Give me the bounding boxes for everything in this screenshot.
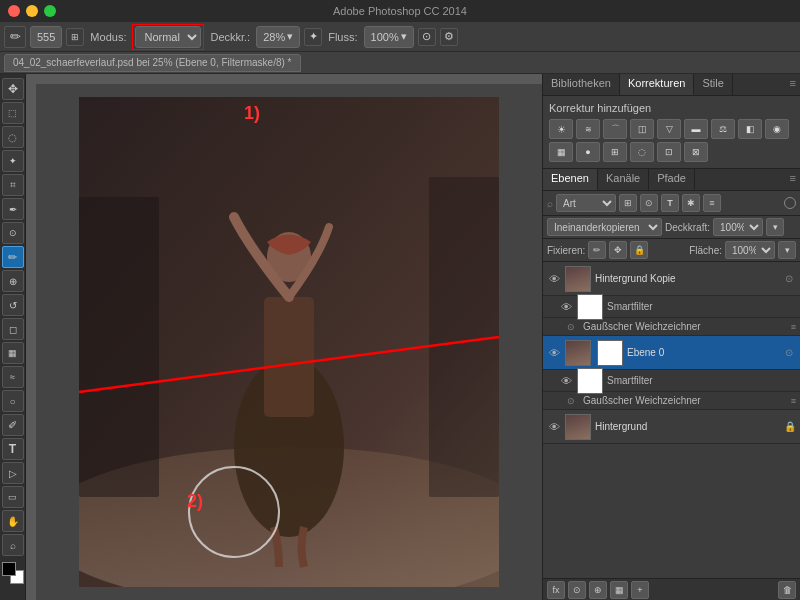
quick-select-tool[interactable]: ✦ <box>2 150 24 172</box>
crop-tool[interactable]: ⌗ <box>2 174 24 196</box>
tab-pfade[interactable]: Pfade <box>649 169 695 190</box>
pen-tool[interactable]: ✐ <box>2 414 24 436</box>
right-tabs: Bibliotheken Korrekturen Stile ≡ <box>543 74 800 96</box>
fg-bg-colors[interactable] <box>2 562 24 584</box>
blur-tool[interactable]: ≈ <box>2 366 24 388</box>
korr-posterize-icon[interactable]: ◌ <box>630 142 654 162</box>
blend-mode-select[interactable]: Ineinanderkopieren <box>547 218 662 236</box>
filter-options-icon[interactable]: ≡ <box>791 322 796 332</box>
add-group-icon[interactable]: ▦ <box>610 581 628 599</box>
korr-curves-icon[interactable]: ⌒ <box>603 119 627 139</box>
marquee-tool[interactable]: ⬚ <box>2 102 24 124</box>
layer-visibility-toggle[interactable]: 👁 <box>547 272 561 286</box>
tab-stile[interactable]: Stile <box>694 74 732 95</box>
korr-levels-icon[interactable]: ≋ <box>576 119 600 139</box>
layer-options-icon[interactable]: ⊙ <box>782 272 796 286</box>
maximize-button[interactable] <box>44 5 56 17</box>
layer-adjust-filter-icon[interactable]: ⊙ <box>640 194 658 212</box>
korr-bw-icon[interactable]: ◧ <box>738 119 762 139</box>
document-tab[interactable]: 04_02_schaerfeverlauf.psd bei 25% (Ebene… <box>4 54 301 72</box>
layer-ebene-0[interactable]: 👁 Ebene 0 ⊙ <box>543 336 800 370</box>
flaeche-select[interactable]: 100% <box>725 241 775 259</box>
brush-tool[interactable]: ✏ <box>2 246 24 268</box>
deckkr-value[interactable]: 28% ▾ <box>256 26 300 48</box>
delete-layer-icon[interactable]: 🗑 <box>778 581 796 599</box>
layer-gausscher-2[interactable]: ⊙ Gaußscher Weichzeichner ≡ <box>543 392 800 410</box>
close-button[interactable] <box>8 5 20 17</box>
tab-bibliotheken[interactable]: Bibliotheken <box>543 74 620 95</box>
layer-smart-filter-icon[interactable]: ≡ <box>703 194 721 212</box>
layer-smartfilter-2[interactable]: 👁 Smartfilter <box>543 370 800 392</box>
layer-options-e0-icon[interactable]: ⊙ <box>782 346 796 360</box>
add-layer-icon[interactable]: + <box>631 581 649 599</box>
layer-gausscher-1-name: Gaußscher Weichzeichner <box>583 321 701 332</box>
korr-photo-filter-icon[interactable]: ◉ <box>765 119 789 139</box>
korr-channel-mixer-icon[interactable]: ▦ <box>549 142 573 162</box>
add-mask-icon[interactable]: ⊙ <box>568 581 586 599</box>
zoom-tool[interactable]: ⌕ <box>2 534 24 556</box>
hand-tool[interactable]: ✋ <box>2 510 24 532</box>
lasso-tool[interactable]: ◌ <box>2 126 24 148</box>
layer-visibility-toggle-hg[interactable]: 👁 <box>547 420 561 434</box>
korr-hue-icon[interactable]: ▬ <box>684 119 708 139</box>
fix-lock-icon[interactable]: 🔒 <box>630 241 648 259</box>
layer-smartfilter-1[interactable]: 👁 Smartfilter <box>543 296 800 318</box>
history-brush-tool[interactable]: ↺ <box>2 294 24 316</box>
layer-visibility-toggle-sf2[interactable]: 👁 <box>559 374 573 388</box>
modus-select[interactable]: Normal <box>135 26 201 48</box>
layer-visibility-toggle-sf1[interactable]: 👁 <box>559 300 573 314</box>
tab-kanaele[interactable]: Kanäle <box>598 169 649 190</box>
text-tool[interactable]: T <box>2 438 24 460</box>
brush-tool-icon[interactable]: ✏ <box>4 26 26 48</box>
layer-hintergrund-kopie[interactable]: 👁 Hintergrund Kopie ⊙ <box>543 262 800 296</box>
deckkraft-select[interactable]: 100% <box>713 218 763 236</box>
dodge-tool[interactable]: ○ <box>2 390 24 412</box>
layer-panel-menu-icon[interactable]: ≡ <box>786 169 800 190</box>
fix-move-icon[interactable]: ✥ <box>609 241 627 259</box>
gradient-tool[interactable]: ▦ <box>2 342 24 364</box>
canvas-area[interactable]: 1) 2) <box>26 74 542 600</box>
brush-options-icon[interactable]: ⊞ <box>66 28 84 46</box>
korr-vibrance-icon[interactable]: ▽ <box>657 119 681 139</box>
fluss-value[interactable]: 100% ▾ <box>364 26 414 48</box>
path-select-tool[interactable]: ▷ <box>2 462 24 484</box>
airbrush-icon[interactable]: ✦ <box>304 28 322 46</box>
layer-filter-select[interactable]: Art <box>556 194 616 212</box>
korr-brightness-icon[interactable]: ☀ <box>549 119 573 139</box>
eraser-tool[interactable]: ◻ <box>2 318 24 340</box>
tab-korrekturen[interactable]: Korrekturen <box>620 74 694 95</box>
eyedropper-tool[interactable]: ✒ <box>2 198 24 220</box>
filter-2-options-icon[interactable]: ≡ <box>791 396 796 406</box>
brush-size-input[interactable]: 555 <box>30 26 62 48</box>
korr-colorlookup-icon[interactable]: ● <box>576 142 600 162</box>
heal-tool[interactable]: ⊙ <box>2 222 24 244</box>
flaeche-arrow-icon[interactable]: ▾ <box>778 241 796 259</box>
korr-exposure-icon[interactable]: ◫ <box>630 119 654 139</box>
blend-mode-row: Ineinanderkopieren Deckkraft: 100% ▾ <box>543 216 800 239</box>
layer-bottom-bar: fx ⊙ ⊕ ▦ + 🗑 <box>543 578 800 600</box>
move-tool[interactable]: ✥ <box>2 78 24 100</box>
settings-icon[interactable]: ⚙ <box>440 28 458 46</box>
minimize-button[interactable] <box>26 5 38 17</box>
layer-hintergrund[interactable]: 👁 Hintergrund 🔒 <box>543 410 800 444</box>
add-layer-style-icon[interactable]: fx <box>547 581 565 599</box>
app-title: Adobe Photoshop CC 2014 <box>333 5 467 17</box>
korr-invert-icon[interactable]: ⊞ <box>603 142 627 162</box>
shape-tool[interactable]: ▭ <box>2 486 24 508</box>
fix-draw-icon[interactable]: ✏ <box>588 241 606 259</box>
layer-pixel-filter-icon[interactable]: ⊞ <box>619 194 637 212</box>
add-adjustment-icon[interactable]: ⊕ <box>589 581 607 599</box>
layer-visibility-toggle-e0[interactable]: 👁 <box>547 346 561 360</box>
deckkraft-arrow-icon[interactable]: ▾ <box>766 218 784 236</box>
layer-shape-filter-icon[interactable]: ✱ <box>682 194 700 212</box>
panel-menu-icon[interactable]: ≡ <box>786 74 800 95</box>
tablet-pressure-icon[interactable]: ⊙ <box>418 28 436 46</box>
tab-ebenen[interactable]: Ebenen <box>543 169 598 190</box>
korr-threshold-icon[interactable]: ⊡ <box>657 142 681 162</box>
layer-text-filter-icon[interactable]: T <box>661 194 679 212</box>
korr-colorbalance-icon[interactable]: ⚖ <box>711 119 735 139</box>
layer-filter-toggle[interactable] <box>784 197 796 209</box>
korr-gradient-map-icon[interactable]: ⊠ <box>684 142 708 162</box>
layer-gausscher-1[interactable]: ⊙ Gaußscher Weichzeichner ≡ <box>543 318 800 336</box>
stamp-tool[interactable]: ⊕ <box>2 270 24 292</box>
